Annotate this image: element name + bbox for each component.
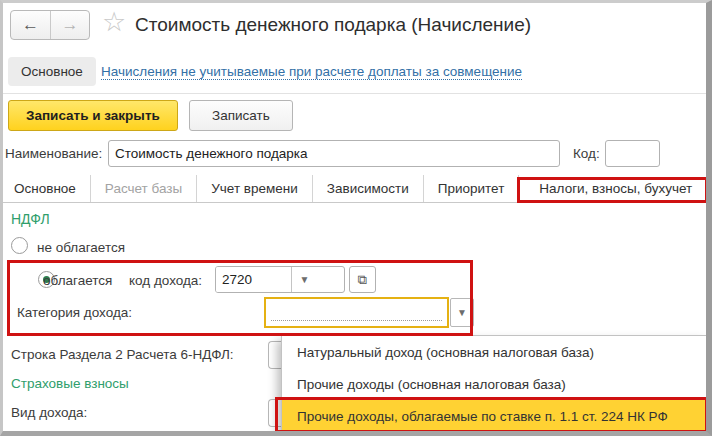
dropdown-option-other-income-rate-224[interactable]: Прочие доходы, облагаемые по ставке п. 1…	[282, 400, 706, 432]
navbar-link-accruals[interactable]: Начисления не учитываемые при расчете до…	[101, 64, 522, 80]
tab-base-calculation: Расчет базы	[91, 175, 197, 202]
code-label: Код:	[573, 146, 600, 161]
taxed-radio-label: облагается	[43, 273, 112, 288]
income-category-input[interactable]	[264, 297, 449, 328]
tab-bar: Основное Расчет базы Учет времени Зависи…	[3, 175, 709, 203]
section2-row-label: Строка Раздела 2 Расчета 6-НДФЛ:	[11, 347, 234, 362]
tab-dependencies[interactable]: Зависимости	[313, 175, 424, 202]
name-input[interactable]	[108, 140, 560, 167]
income-code-field: ▼	[215, 266, 345, 293]
tab-taxes-contributions[interactable]: Налоги, взносы, бухучет	[525, 175, 706, 202]
dropdown-option-natural-income[interactable]: Натуральный доход (основная налоговая ба…	[282, 336, 706, 368]
income-code-label: код дохода:	[129, 273, 202, 288]
tab-main[interactable]: Основное	[3, 175, 91, 202]
income-kind-label: Вид дохода:	[11, 405, 87, 420]
insurance-section-title: Страховые взносы	[11, 376, 129, 391]
income-code-input[interactable]	[216, 267, 291, 292]
code-input[interactable]	[605, 140, 660, 167]
dropdown-option-other-income[interactable]: Прочие доходы (основная налоговая база)	[282, 368, 706, 400]
navbar-item-main[interactable]: Основное	[8, 57, 96, 86]
history-nav-group: ← →	[10, 10, 90, 40]
save-button[interactable]: Записать	[189, 100, 293, 131]
forward-icon[interactable]: →	[50, 11, 89, 39]
income-code-dropdown-icon[interactable]: ▼	[291, 267, 317, 292]
name-label: Наименование:	[5, 146, 102, 161]
income-category-label: Категория дохода:	[17, 305, 132, 320]
income-category-dropdown-list: Натуральный доход (основная налоговая ба…	[281, 335, 707, 433]
income-category-dropdown-icon[interactable]: ▼	[450, 298, 474, 327]
tab-priority[interactable]: Приоритет	[424, 175, 520, 202]
not-taxed-radio-label: не облагается	[37, 240, 125, 255]
page-title: Стоимость денежного подарка (Начисление)	[135, 14, 531, 36]
form-window: ← → ☆ Стоимость денежного подарка (Начис…	[0, 0, 712, 436]
income-code-open-icon[interactable]: ⧉	[349, 266, 376, 293]
ndfl-section-title: НДФЛ	[11, 211, 50, 227]
separator	[3, 93, 712, 94]
save-and-close-button[interactable]: Записать и закрыть	[8, 100, 178, 131]
back-icon[interactable]: ←	[11, 11, 50, 39]
tab-time-accounting[interactable]: Учет времени	[197, 175, 313, 202]
not-taxed-radio[interactable]	[11, 237, 28, 254]
dotted-underline	[271, 320, 442, 321]
favorite-star-icon[interactable]: ☆	[102, 9, 126, 36]
